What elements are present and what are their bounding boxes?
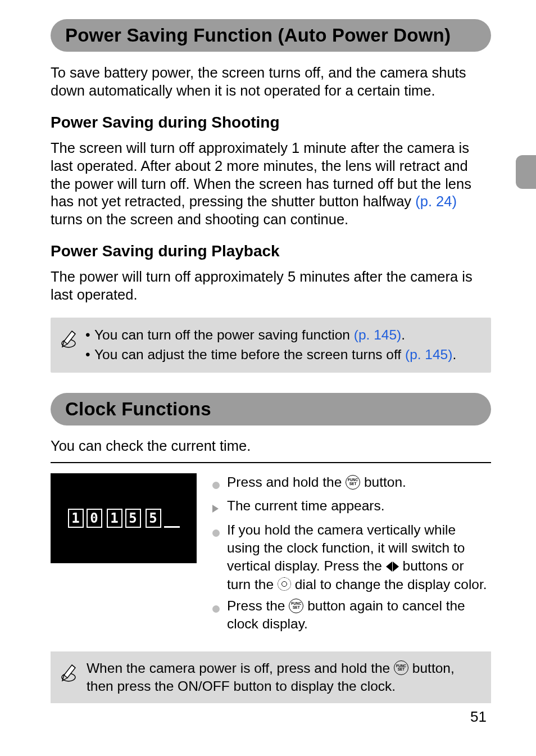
tip-clock-text: When the camera power is off, press and … — [87, 659, 481, 696]
clock-cursor — [164, 509, 180, 528]
body-shooting-pre: The screen will turn off approximately 1… — [51, 140, 471, 210]
link-p145-b[interactable]: (p. 145) — [405, 347, 452, 362]
tip-2-pre: You can adjust the time before the scree… — [94, 347, 405, 362]
heading-power-saving: Power Saving Function (Auto Power Down) — [51, 19, 491, 52]
tip-box-power-saving: You can turn off the power saving functi… — [51, 318, 491, 373]
clock-display: 1 0 1 5 5 — [51, 473, 197, 563]
body-playback: The power will turn off approximately 5 … — [51, 268, 491, 304]
tip-2-post: . — [452, 347, 456, 362]
step-1-post: button. — [364, 474, 406, 490]
tip-clock-pre: When the camera power is off, press and … — [87, 660, 394, 676]
intro-power-saving: To save battery power, the screen turns … — [51, 64, 491, 100]
clock-digit-3: 1 — [107, 509, 122, 528]
bullet-icon — [212, 473, 222, 494]
step-4-pre: Press the — [227, 598, 289, 613]
side-tab — [516, 155, 536, 189]
tip-1-post: . — [401, 327, 405, 342]
func-set-icon: FUNCSET — [346, 475, 360, 490]
link-p24[interactable]: (p. 24) — [415, 193, 457, 209]
body-shooting: The screen will turn off approximately 1… — [51, 139, 491, 229]
dial-icon — [278, 577, 291, 591]
clock-digit-5: 5 — [146, 509, 161, 528]
heading-power-saving-text: Power Saving Function (Auto Power Down) — [65, 25, 478, 46]
bullet-icon — [212, 521, 222, 594]
pencil-icon — [58, 659, 79, 685]
func-set-icon: FUNCSET — [289, 599, 303, 613]
step-3-post: dial to change the display color. — [295, 577, 487, 592]
left-right-arrows-icon — [386, 562, 399, 572]
clock-digit-2: 0 — [87, 509, 102, 528]
heading-clock-functions: Clock Functions — [51, 393, 491, 425]
pencil-icon — [58, 325, 79, 351]
step-1: Press and hold the FUNCSET button. — [212, 473, 491, 494]
bullet-icon — [212, 597, 222, 633]
heading-clock-functions-text: Clock Functions — [65, 399, 478, 420]
clock-digit-1: 1 — [68, 509, 84, 528]
arrow-icon — [212, 497, 222, 517]
page-number: 51 — [470, 708, 487, 726]
clock-instructions: Press and hold the FUNCSET button. The c… — [212, 473, 491, 637]
intro-clock: You can check the current time. — [51, 438, 491, 454]
subheading-shooting: Power Saving during Shooting — [51, 114, 491, 132]
divider — [51, 462, 491, 463]
step-1-pre: Press and hold the — [227, 474, 346, 490]
tip-box-clock: When the camera power is off, press and … — [51, 651, 491, 704]
clock-row: 1 0 1 5 5 Press and hold the FUNCSET but… — [51, 473, 491, 637]
tip-item-1: You can turn off the power saving functi… — [85, 325, 481, 344]
tip-list-power-saving: You can turn off the power saving functi… — [85, 325, 481, 365]
tip-1-pre: You can turn off the power saving functi… — [94, 327, 354, 342]
step-2-text: The current time appears. — [227, 497, 385, 517]
subheading-playback: Power Saving during Playback — [51, 242, 491, 260]
link-p145-a[interactable]: (p. 145) — [354, 327, 401, 342]
step-2: The current time appears. — [212, 497, 491, 517]
step-3: If you hold the camera vertically while … — [212, 521, 491, 594]
body-shooting-post: turns on the screen and shooting can con… — [51, 211, 348, 227]
tip-item-2: You can adjust the time before the scree… — [85, 345, 481, 364]
func-set-icon: FUNCSET — [394, 660, 408, 675]
step-4: Press the FUNCSET button again to cancel… — [212, 597, 491, 633]
clock-digit-4: 5 — [125, 509, 141, 528]
